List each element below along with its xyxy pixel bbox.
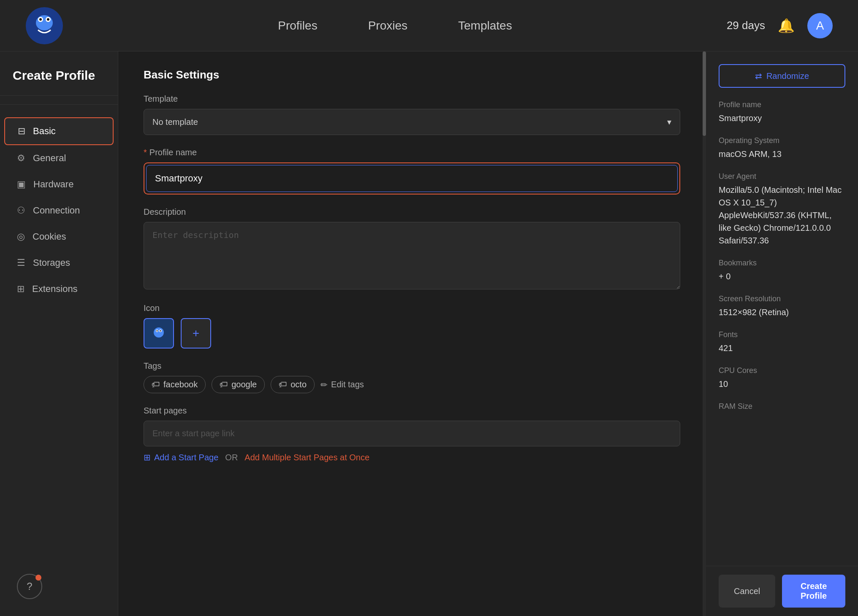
template-select[interactable]: No template ▾	[144, 109, 680, 135]
screen-resolution-info: Screen Resolution 1512×982 (Retina)	[719, 294, 845, 319]
or-text: OR	[225, 453, 238, 462]
tag-facebook[interactable]: 🏷 facebook	[144, 376, 206, 393]
connection-icon: ⚇	[17, 205, 25, 216]
nav-templates[interactable]: Templates	[458, 15, 512, 37]
question-icon: ?	[27, 581, 32, 592]
add-start-page-label: Add a Start Page	[154, 453, 218, 462]
bookmarks-info-value: + 0	[719, 270, 845, 283]
profile-name-field-group: *Profile name	[144, 148, 680, 195]
start-page-input[interactable]	[144, 421, 680, 446]
icon-add-button[interactable]: +	[181, 318, 211, 349]
cpu-cores-info-label: CPU Cores	[719, 366, 845, 375]
fonts-info-value: 421	[719, 342, 845, 354]
start-page-actions: ⊞ Add a Start Page OR Add Multiple Start…	[144, 452, 680, 462]
tag-link-icon: 🏷	[152, 380, 160, 389]
sidebar-item-hardware[interactable]: ▣ Hardware	[4, 171, 114, 197]
screen-resolution-info-label: Screen Resolution	[719, 294, 845, 303]
nav-links: Profiles Proxies Templates	[278, 15, 512, 37]
bell-icon[interactable]: 🔔	[778, 18, 795, 34]
nav-profiles[interactable]: Profiles	[278, 15, 317, 37]
svg-point-1	[36, 15, 53, 30]
template-value: No template	[152, 117, 198, 127]
os-info-label: Operating System	[719, 136, 845, 145]
tags-field-group: Tags 🏷 facebook 🏷 google 🏷 octo ✏ Edit t…	[144, 361, 680, 393]
icon-field-group: Icon +	[144, 303, 680, 349]
sidebar-label-storages: Storages	[33, 257, 70, 268]
footer-bar: Cancel Create Profile	[706, 566, 858, 616]
create-profile-button[interactable]: Create Profile	[782, 575, 845, 608]
sidebar-label-hardware: Hardware	[33, 179, 73, 190]
user-agent-info: User Agent Mozilla/5.0 (Macintosh; Intel…	[719, 172, 845, 247]
plus-icon: +	[193, 327, 199, 340]
sidebar-label-basic: Basic	[33, 126, 56, 137]
sidebar-label-cookies: Cookies	[33, 231, 66, 242]
profile-name-info-label: Profile name	[719, 100, 845, 109]
os-info-value: macOS ARM, 13	[719, 148, 845, 160]
page-title: Create Profile	[0, 68, 118, 96]
fonts-info-label: Fonts	[719, 330, 845, 339]
topnav: Profiles Proxies Templates 29 days 🔔 A	[0, 0, 858, 51]
sidebar-label-connection: Connection	[33, 205, 80, 216]
description-label: Description	[144, 207, 680, 217]
tag-link-icon-2: 🏷	[220, 380, 228, 389]
edit-tags-label: Edit tags	[331, 380, 364, 389]
description-input[interactable]	[144, 222, 680, 289]
sidebar-item-connection[interactable]: ⚇ Connection	[4, 197, 114, 224]
general-icon: ⚙	[17, 153, 25, 164]
storages-icon: ☰	[17, 257, 25, 268]
icon-row: +	[144, 318, 680, 349]
bookmarks-info-label: Bookmarks	[719, 259, 845, 267]
tag-octo[interactable]: 🏷 octo	[271, 376, 315, 393]
right-panel: ⇄ Randomize Profile name Smartproxy Oper…	[706, 51, 858, 616]
profile-name-info: Profile name Smartproxy	[719, 100, 845, 124]
user-agent-info-label: User Agent	[719, 172, 845, 181]
tag-octo-label: octo	[291, 380, 307, 389]
scroll-thumb[interactable]	[703, 51, 706, 136]
bookmarks-info: Bookmarks + 0	[719, 259, 845, 283]
screen-resolution-info-value: 1512×982 (Retina)	[719, 306, 845, 319]
help-button[interactable]: ?	[17, 574, 42, 599]
template-label: Template	[144, 94, 680, 104]
add-multiple-start-pages-button[interactable]: Add Multiple Start Pages at Once	[244, 453, 369, 462]
sidebar-item-cookies[interactable]: ◎ Cookies	[4, 224, 114, 250]
shuffle-icon: ⇄	[755, 71, 762, 81]
sidebar-label-general: General	[33, 153, 66, 164]
randomize-button[interactable]: ⇄ Randomize	[719, 64, 845, 88]
sidebar-item-extensions[interactable]: ⊞ Extensions	[4, 276, 114, 302]
nav-right: 29 days 🔔 A	[727, 13, 833, 38]
days-badge: 29 days	[727, 19, 765, 32]
app-logo[interactable]	[25, 7, 63, 45]
user-agent-info-value: Mozilla/5.0 (Macintosh; Intel Mac OS X 1…	[719, 184, 845, 247]
randomize-label: Randomize	[766, 71, 809, 81]
nav-proxies[interactable]: Proxies	[368, 15, 407, 37]
avatar[interactable]: A	[807, 13, 833, 38]
cpu-cores-info-value: 10	[719, 378, 845, 390]
svg-point-6	[154, 327, 164, 338]
sidebar-item-basic[interactable]: ⊟ Basic	[4, 117, 114, 145]
chevron-down-icon: ▾	[667, 117, 671, 127]
start-pages-field-group: Start pages ⊞ Add a Start Page OR Add Mu…	[144, 406, 680, 462]
profile-name-wrapper	[144, 162, 680, 195]
scroll-track	[703, 51, 706, 616]
edit-tags-button[interactable]: ✏ Edit tags	[320, 380, 364, 390]
cpu-cores-info: CPU Cores 10	[719, 366, 845, 390]
profile-name-label: *Profile name	[144, 148, 680, 157]
tags-row: 🏷 facebook 🏷 google 🏷 octo ✏ Edit tags	[144, 376, 680, 393]
hardware-icon: ▣	[17, 179, 26, 190]
profile-name-input[interactable]	[146, 165, 678, 192]
start-pages-label: Start pages	[144, 406, 680, 416]
profile-name-info-value: Smartproxy	[719, 112, 845, 124]
cancel-button[interactable]: Cancel	[719, 575, 775, 608]
icon-selected[interactable]	[144, 318, 174, 349]
add-start-page-button[interactable]: ⊞ Add a Start Page	[144, 452, 218, 462]
sidebar-item-general[interactable]: ⚙ General	[4, 145, 114, 171]
sidebar-label-extensions: Extensions	[32, 284, 78, 294]
sidebar-item-storages[interactable]: ☰ Storages	[4, 250, 114, 276]
main-content: Basic Settings Template No template ▾ *P…	[118, 51, 706, 616]
ram-size-info-label: RAM Size	[719, 402, 845, 411]
tag-google[interactable]: 🏷 google	[212, 376, 265, 393]
plus-square-icon: ⊞	[144, 452, 151, 462]
os-info: Operating System macOS ARM, 13	[719, 136, 845, 160]
tag-link-icon-3: 🏷	[279, 380, 287, 389]
icon-label: Icon	[144, 303, 680, 313]
